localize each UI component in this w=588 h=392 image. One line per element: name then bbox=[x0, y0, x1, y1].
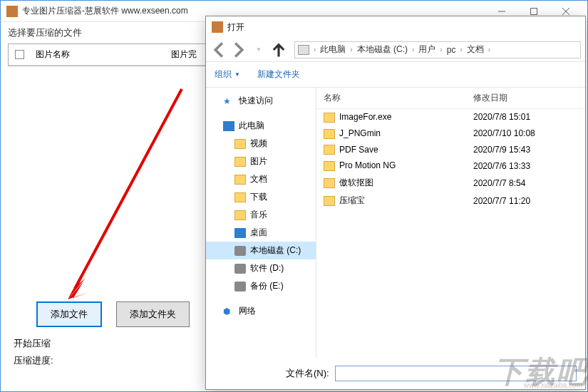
tree-network[interactable]: ⬢网络 bbox=[206, 302, 316, 320]
open-dialog: 打开 ▼ › 此电脑 › 本地磁盘 (C:) › 用户 › pc › 文档 › … bbox=[205, 16, 586, 390]
list-item[interactable]: Pro Motion NG2020/7/6 13:33 bbox=[316, 158, 585, 174]
dialog-footer: 文件名(N): bbox=[206, 359, 585, 388]
recent-dropdown[interactable]: ▼ bbox=[250, 41, 267, 58]
folder-icon bbox=[324, 145, 335, 155]
breadcrumb-item[interactable]: 文档 bbox=[467, 43, 484, 56]
file-name: ImageFor.exe bbox=[339, 112, 391, 122]
tree-documents[interactable]: 文档 bbox=[206, 170, 316, 188]
checkbox-icon[interactable] bbox=[15, 50, 24, 59]
breadcrumb-item[interactable]: 此电脑 bbox=[320, 43, 346, 56]
pc-icon bbox=[298, 45, 309, 55]
chevron-down-icon: ▼ bbox=[234, 71, 240, 78]
breadcrumb-item[interactable]: 本地磁盘 (C:) bbox=[357, 43, 408, 56]
chevron-right-icon: › bbox=[412, 46, 414, 53]
folder-icon bbox=[234, 157, 246, 167]
breadcrumb[interactable]: › 此电脑 › 本地磁盘 (C:) › 用户 › pc › 文档 › bbox=[294, 41, 581, 58]
forward-button[interactable] bbox=[230, 41, 247, 58]
folder-icon bbox=[324, 129, 335, 139]
tree-music[interactable]: 音乐 bbox=[206, 206, 316, 224]
tree-disk-d[interactable]: 软件 (D:) bbox=[206, 259, 316, 277]
disk-icon bbox=[234, 264, 246, 274]
tree-pictures[interactable]: 图片 bbox=[206, 153, 316, 170]
folder-icon bbox=[234, 139, 246, 149]
file-date: 2020/7/6 13:33 bbox=[473, 161, 578, 171]
dialog-titlebar: 打开 bbox=[206, 16, 585, 38]
tree-this-pc[interactable]: 此电脑 bbox=[206, 117, 316, 135]
folder-icon bbox=[234, 175, 246, 185]
new-folder-button[interactable]: 新建文件夹 bbox=[257, 68, 300, 81]
file-date: 2020/7/7 11:20 bbox=[473, 196, 578, 206]
dialog-title: 打开 bbox=[227, 21, 244, 33]
filename-label: 文件名(N): bbox=[286, 367, 329, 380]
chevron-right-icon: › bbox=[440, 46, 442, 53]
disk-icon bbox=[234, 282, 246, 292]
file-name: Pro Motion NG bbox=[339, 160, 396, 170]
star-icon: ★ bbox=[223, 96, 234, 106]
chevron-right-icon: › bbox=[350, 46, 352, 53]
chevron-right-icon: › bbox=[488, 46, 490, 53]
organize-menu[interactable]: 组织▼ bbox=[215, 68, 240, 81]
app-icon bbox=[6, 6, 18, 17]
column-date[interactable]: 修改日期 bbox=[473, 92, 578, 104]
select-all-column[interactable] bbox=[9, 44, 30, 65]
file-name: 压缩宝 bbox=[339, 195, 365, 205]
tree-downloads[interactable]: 下载 bbox=[206, 188, 316, 206]
list-item[interactable]: J_PNGmin2020/7/10 10:08 bbox=[316, 125, 585, 142]
folder-icon bbox=[324, 113, 335, 123]
file-date: 2020/7/10 10:08 bbox=[473, 128, 578, 138]
list-item[interactable]: PDF Save2020/7/9 15:43 bbox=[316, 142, 585, 158]
tree-disk-c[interactable]: 本地磁盘 (C:) bbox=[206, 242, 316, 259]
file-name: 傲软抠图 bbox=[339, 177, 373, 187]
dialog-body: ★快速访问 此电脑 视频 图片 文档 下载 音乐 桌面 本地磁盘 (C:) 软件… bbox=[206, 88, 585, 359]
dialog-nav: ▼ › 此电脑 › 本地磁盘 (C:) › 用户 › pc › 文档 › bbox=[206, 38, 585, 62]
file-date: 2020/7/8 15:01 bbox=[473, 112, 578, 122]
filename-input[interactable] bbox=[335, 366, 577, 381]
file-date: 2020/7/7 8:54 bbox=[473, 178, 578, 188]
tree-quick-access[interactable]: ★快速访问 bbox=[206, 92, 316, 110]
disk-icon bbox=[234, 246, 246, 256]
add-folder-button[interactable]: 添加文件夹 bbox=[116, 301, 190, 327]
list-item[interactable]: 傲软抠图2020/7/7 8:54 bbox=[316, 174, 585, 192]
breadcrumb-item[interactable]: pc bbox=[447, 45, 456, 55]
chevron-right-icon: › bbox=[460, 46, 462, 53]
nav-tree: ★快速访问 此电脑 视频 图片 文档 下载 音乐 桌面 本地磁盘 (C:) 软件… bbox=[206, 88, 316, 359]
tree-videos[interactable]: 视频 bbox=[206, 135, 316, 153]
svg-rect-1 bbox=[530, 8, 537, 14]
file-name: PDF Save bbox=[339, 145, 378, 155]
file-date: 2020/7/9 15:43 bbox=[473, 145, 578, 155]
list-item[interactable]: 压缩宝2020/7/7 11:20 bbox=[316, 192, 585, 210]
file-name: J_PNGmin bbox=[339, 128, 381, 138]
column-name[interactable]: 图片名称 bbox=[30, 44, 165, 65]
chevron-right-icon: › bbox=[314, 46, 316, 53]
dialog-icon bbox=[212, 21, 223, 33]
network-icon: ⬢ bbox=[223, 306, 234, 316]
tree-disk-e[interactable]: 备份 (E:) bbox=[206, 277, 316, 295]
tree-desktop[interactable]: 桌面 bbox=[206, 224, 316, 242]
desktop-icon bbox=[234, 228, 246, 238]
folder-icon bbox=[324, 178, 335, 188]
folder-icon bbox=[324, 196, 335, 206]
pc-icon bbox=[223, 121, 234, 131]
folder-icon bbox=[324, 161, 335, 171]
folder-icon bbox=[234, 210, 246, 220]
folder-icon bbox=[234, 192, 246, 202]
up-button[interactable] bbox=[270, 41, 287, 58]
dialog-toolbar: 组织▼ 新建文件夹 bbox=[206, 62, 585, 88]
back-button[interactable] bbox=[210, 41, 227, 58]
breadcrumb-item[interactable]: 用户 bbox=[418, 43, 435, 56]
column-name[interactable]: 名称 bbox=[324, 92, 473, 104]
file-list-header: 名称 修改日期 bbox=[316, 88, 585, 109]
add-file-button[interactable]: 添加文件 bbox=[36, 301, 102, 327]
file-list: 名称 修改日期 ImageFor.exe2020/7/8 15:01J_PNGm… bbox=[316, 88, 585, 359]
list-item[interactable]: ImageFor.exe2020/7/8 15:01 bbox=[316, 109, 585, 125]
